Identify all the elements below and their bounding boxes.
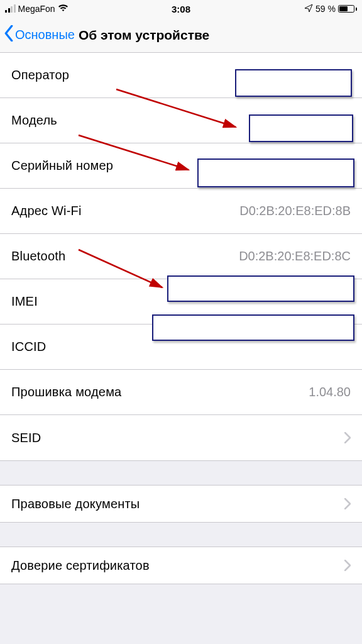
wifi-icon (58, 4, 69, 14)
redaction-box (235, 69, 352, 97)
status-time: 3:08 (172, 4, 190, 14)
chevron-right-icon (344, 560, 351, 571)
status-bar: MegaFon 3:08 59 % (0, 0, 362, 18)
divider (0, 584, 362, 584)
carrier-label: MegaFon (18, 4, 55, 14)
redaction-box (167, 275, 354, 302)
battery-icon (338, 5, 357, 13)
row-modem[interactable]: Прошивка модема 1.04.80 (0, 370, 362, 415)
signal-icon (5, 5, 16, 13)
chevron-left-icon (4, 25, 14, 45)
row-label: Bluetooth (11, 249, 65, 264)
row-seid[interactable]: SEID (0, 415, 362, 460)
row-label: Оператор (11, 68, 69, 82)
row-label: Прошивка модема (11, 385, 121, 399)
status-left: MegaFon (5, 4, 69, 14)
row-cert-trust[interactable]: Доверие сертификатов (0, 547, 362, 584)
redaction-box (152, 314, 354, 341)
row-value: D0:2B:20:E8:ED:8B (239, 204, 351, 218)
row-label: SEID (11, 431, 41, 445)
redaction-box (197, 158, 354, 187)
redaction-box (249, 114, 353, 142)
back-label: Основные (15, 28, 75, 42)
row-label: Модель (11, 113, 57, 128)
battery-label: 59 % (315, 4, 336, 14)
about-list-block-2: Правовые документы (0, 486, 362, 522)
row-legal[interactable]: Правовые документы (0, 486, 362, 522)
status-right: 59 % (304, 4, 357, 14)
section-gap (0, 522, 362, 547)
chevron-right-icon (344, 498, 351, 509)
row-label: ICCID (11, 340, 46, 354)
row-wifi[interactable]: Адрес Wi-Fi D0:2B:20:E8:ED:8B (0, 189, 362, 234)
section-gap (0, 460, 362, 486)
row-label: Доверие сертификатов (11, 558, 150, 573)
row-label: Правовые документы (11, 497, 140, 511)
row-bluetooth[interactable]: Bluetooth D0:2B:20:E8:ED:8C (0, 234, 362, 279)
row-label: Адрес Wi-Fi (11, 204, 82, 218)
page-title: Об этом устройстве (79, 28, 209, 43)
row-label: Серийный номер (11, 158, 113, 173)
row-label: IMEI (11, 294, 38, 309)
row-value: D0:2B:20:E8:ED:8C (239, 249, 351, 264)
back-button[interactable]: Основные (4, 25, 75, 45)
about-list-block-3: Доверие сертификатов (0, 547, 362, 584)
row-value: 1.04.80 (309, 385, 351, 399)
nav-bar: Основные Об этом устройстве (0, 18, 362, 53)
chevron-right-icon (344, 432, 351, 443)
location-icon (304, 4, 313, 14)
